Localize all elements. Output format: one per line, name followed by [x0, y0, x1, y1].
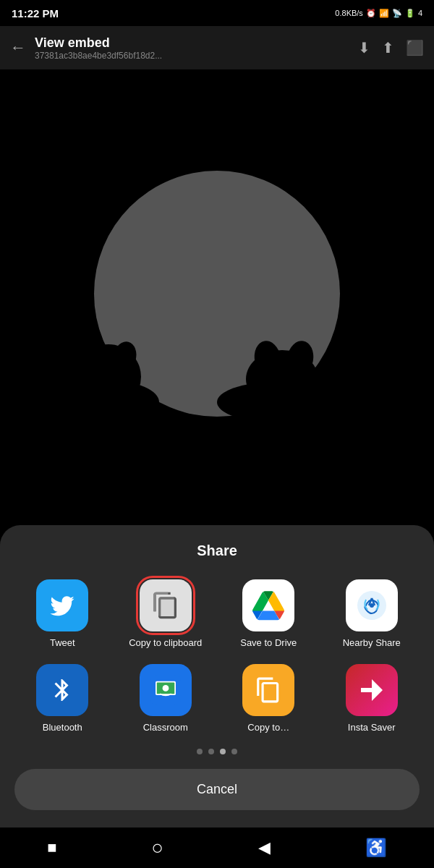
- share-item-copy-to[interactable]: Copy to…: [221, 664, 317, 734]
- signal-icon: 📶: [379, 9, 389, 18]
- bluetooth-label: Bluetooth: [43, 722, 82, 734]
- battery-level: 4: [418, 9, 422, 17]
- page-subtitle: 37381ac3b8ae4be3df56bf18d2...: [35, 51, 349, 61]
- nearby-label: Nearby Share: [343, 637, 401, 650]
- svg-rect-10: [158, 597, 174, 617]
- drive-icon: [242, 579, 294, 631]
- svg-point-18: [162, 685, 169, 692]
- share-item-drive[interactable]: Save to Drive: [221, 579, 317, 650]
- share-item-bluetooth[interactable]: Bluetooth: [14, 664, 111, 734]
- classroom-label: Classroom: [143, 722, 188, 734]
- share-button[interactable]: ⬆: [382, 39, 394, 56]
- nearby-icon: [346, 579, 398, 631]
- wifi-icon: 📡: [392, 9, 402, 18]
- back-button[interactable]: ←: [10, 38, 26, 57]
- svg-point-14: [370, 603, 374, 608]
- copy-to-icon: [242, 664, 294, 716]
- share-item-nearby[interactable]: Nearby Share: [324, 579, 420, 650]
- page-title: View embed: [35, 35, 349, 51]
- page-dot-1: [197, 749, 203, 754]
- status-icons: 0.8KB/s ⏰ 📶 📡 🔋 4: [335, 9, 422, 18]
- share-title: Share: [14, 542, 420, 559]
- open-button[interactable]: ⬛: [406, 39, 424, 56]
- battery-icon: 🔋: [405, 9, 415, 18]
- share-item-tweet[interactable]: Tweet: [14, 579, 111, 650]
- page-dot-2: [208, 749, 214, 754]
- nav-back-icon[interactable]: ◀: [258, 838, 271, 857]
- title-group: View embed 37381ac3b8ae4be3df56bf18d2...: [35, 35, 349, 61]
- share-sheet: Share Tweet Copy to clipboard: [0, 525, 434, 827]
- clipboard-icon: [140, 579, 192, 631]
- page-indicators: [14, 749, 420, 754]
- status-bar: 11:22 PM 0.8KB/s ⏰ 📶 📡 🔋 4: [0, 0, 434, 26]
- twitter-icon: [36, 579, 88, 631]
- page-dot-4: [231, 749, 237, 754]
- classroom-icon: [140, 664, 192, 716]
- share-item-copy-clipboard[interactable]: Copy to clipboard: [118, 579, 214, 650]
- nav-home-icon[interactable]: ○: [151, 836, 163, 859]
- nav-square-icon[interactable]: ■: [47, 838, 56, 857]
- copy-clipboard-label: Copy to clipboard: [129, 637, 202, 650]
- share-grid: Tweet Copy to clipboard: [14, 579, 420, 734]
- tweet-label: Tweet: [50, 637, 75, 650]
- top-bar-actions: ⬇ ⬆ ⬛: [358, 39, 424, 56]
- network-speed: 0.8KB/s: [335, 9, 363, 17]
- cancel-button[interactable]: Cancel: [14, 769, 420, 810]
- download-button[interactable]: ⬇: [358, 39, 370, 56]
- instasaver-label: Insta Saver: [348, 722, 396, 734]
- bottom-nav: ■ ○ ◀ ♿: [0, 827, 434, 868]
- nav-accessibility-icon[interactable]: ♿: [365, 838, 387, 858]
- background-image: [0, 69, 434, 417]
- page-dot-3: [220, 749, 226, 754]
- svg-point-9: [340, 357, 383, 404]
- top-bar: ← View embed 37381ac3b8ae4be3df56bf18d2.…: [0, 26, 434, 69]
- share-item-classroom[interactable]: Classroom: [118, 664, 214, 734]
- instasaver-icon: [346, 664, 398, 716]
- drive-label: Save to Drive: [240, 637, 297, 650]
- bluetooth-icon: [36, 664, 88, 716]
- copy-to-label: Copy to…: [247, 722, 289, 734]
- clock-icon: ⏰: [366, 9, 376, 18]
- share-item-instasaver[interactable]: Insta Saver: [324, 664, 420, 734]
- status-time: 11:22 PM: [12, 7, 59, 20]
- animal-silhouettes: [0, 272, 434, 417]
